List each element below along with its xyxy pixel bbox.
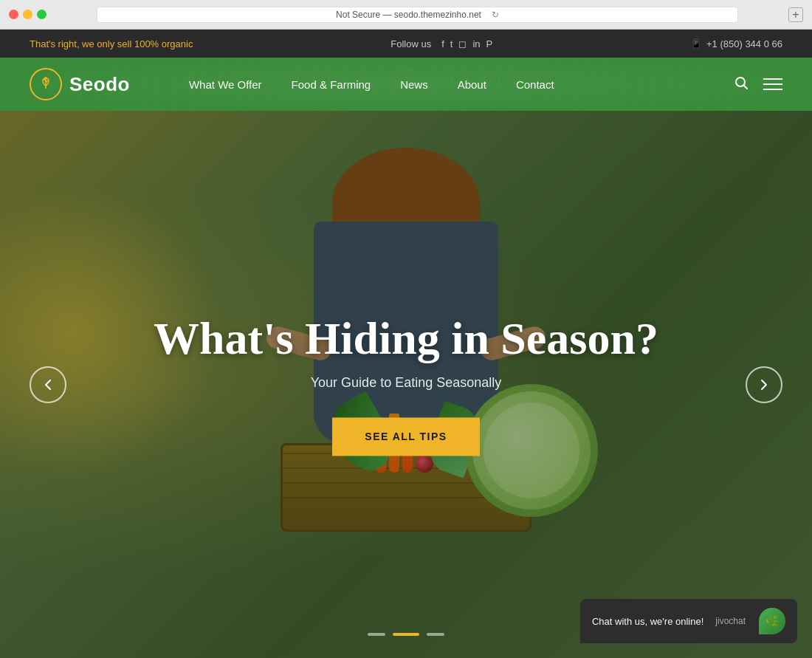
- social-area: Follow us f t ◻ in P: [390, 38, 492, 49]
- search-button[interactable]: [734, 75, 749, 94]
- slide-dot-2[interactable]: [393, 633, 419, 636]
- twitter-icon[interactable]: t: [450, 38, 453, 49]
- navbar: Seodo What We Offer Food & Farming News …: [0, 58, 812, 111]
- hero-section: What's Hiding in Season? Your Guide to E…: [0, 111, 812, 658]
- social-icons: f t ◻ in P: [441, 38, 492, 49]
- facebook-icon[interactable]: f: [441, 38, 444, 49]
- follow-text: Follow us: [390, 38, 431, 49]
- maximize-button[interactable]: [37, 10, 47, 19]
- slider-prev-button[interactable]: [30, 366, 66, 403]
- chat-leaf-icon: 🌿: [759, 608, 785, 634]
- nav-food-farming[interactable]: Food & Farming: [277, 58, 386, 111]
- nav-about[interactable]: About: [443, 58, 501, 111]
- chat-widget[interactable]: Chat with us, we're online! jivochat 🌿: [580, 599, 797, 643]
- nav-contact[interactable]: Contact: [501, 58, 569, 111]
- hero-title: What's Hiding in Season?: [148, 313, 664, 363]
- slider-next-button[interactable]: [746, 366, 782, 403]
- minimize-button[interactable]: [23, 10, 32, 19]
- new-tab-button[interactable]: +: [788, 7, 803, 22]
- refresh-icon[interactable]: ↻: [492, 10, 499, 20]
- promo-text: That's right, we only sell 100% organic: [30, 38, 193, 49]
- nav-links: What We Offer Food & Farming News About …: [174, 58, 734, 111]
- nav-what-we-offer[interactable]: What We Offer: [174, 58, 277, 111]
- svg-line-1: [744, 85, 748, 89]
- nav-actions: [734, 75, 782, 94]
- chat-brand: jivochat: [715, 616, 746, 626]
- slide-dot-1[interactable]: [368, 633, 385, 636]
- phone-icon: 📱: [690, 38, 702, 49]
- phone-area: 📱 +1 (850) 344 0 66: [690, 38, 782, 49]
- traffic-lights: [9, 10, 47, 19]
- browser-chrome: Not Secure — seodo.themezinho.net ↻ +: [0, 0, 812, 30]
- address-bar[interactable]: Not Secure — seodo.themezinho.net ↻: [97, 7, 738, 23]
- instagram-icon[interactable]: ◻: [458, 38, 467, 49]
- hero-subtitle: Your Guide to Eating Seasonally: [148, 375, 664, 391]
- menu-line-1: [763, 78, 782, 80]
- address-text: Not Secure — seodo.themezinho.net: [336, 10, 481, 20]
- chat-text: Chat with us, we're online!: [592, 616, 703, 627]
- slide-dot-3[interactable]: [427, 633, 444, 636]
- hero-cta-button[interactable]: SEE ALL TIPS: [332, 417, 479, 456]
- hamburger-menu-button[interactable]: [763, 78, 782, 90]
- menu-line-2: [763, 83, 782, 85]
- phone-number[interactable]: +1 (850) 344 0 66: [706, 38, 782, 49]
- slide-dots: [368, 633, 444, 636]
- linkedin-icon[interactable]: in: [472, 38, 480, 49]
- website: That's right, we only sell 100% organic …: [0, 30, 812, 658]
- menu-line-3: [763, 89, 782, 90]
- logo-icon: [30, 68, 62, 100]
- pinterest-icon[interactable]: P: [486, 38, 493, 49]
- logo-text: Seodo: [69, 73, 130, 96]
- logo-area[interactable]: Seodo: [30, 68, 130, 100]
- top-bar: That's right, we only sell 100% organic …: [0, 30, 812, 58]
- close-button[interactable]: [9, 10, 18, 19]
- hero-content: What's Hiding in Season? Your Guide to E…: [148, 313, 664, 456]
- nav-news[interactable]: News: [385, 58, 443, 111]
